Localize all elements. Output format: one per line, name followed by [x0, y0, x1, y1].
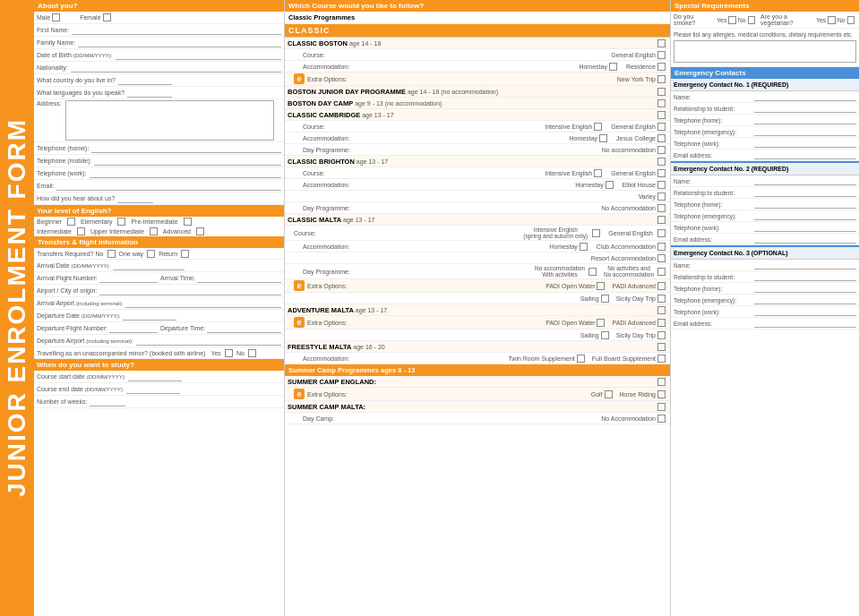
elementary-cb[interactable] — [117, 218, 125, 226]
ec3-name-input[interactable] — [754, 261, 856, 270]
ec3-rel-input[interactable] — [754, 272, 856, 281]
sce-cb[interactable] — [657, 378, 666, 386]
cm-homestay-cb[interactable] — [580, 243, 588, 251]
tel-mobile-input[interactable] — [94, 156, 281, 166]
ec1-tel-emerg-input[interactable] — [754, 127, 856, 136]
cbr-no-acc-cb[interactable] — [657, 204, 666, 212]
cm-intensive-cb[interactable] — [592, 229, 600, 237]
ec2-tel-emerg-input[interactable] — [754, 211, 856, 220]
cbr-elliot-cb[interactable] — [657, 181, 666, 189]
cc-jesus-cb[interactable] — [657, 134, 666, 142]
arrival-flight-input[interactable] — [99, 273, 158, 283]
tel-work-input[interactable] — [90, 168, 281, 178]
sce-horse-cb[interactable] — [657, 390, 666, 398]
nationality-input[interactable] — [71, 63, 281, 73]
ec3-tel-work-input[interactable] — [754, 307, 856, 316]
cc-cb[interactable] — [657, 111, 666, 119]
country-input[interactable] — [118, 75, 172, 85]
female-checkbox[interactable] — [103, 13, 111, 21]
cbr-general-cb[interactable] — [657, 169, 666, 177]
cm-no-acc-act-cb[interactable] — [588, 268, 597, 276]
advanced-cb[interactable] — [196, 227, 204, 235]
how-hear-input[interactable] — [117, 193, 153, 203]
ec3-tel-home-input[interactable] — [754, 284, 856, 293]
return-cb[interactable] — [181, 250, 189, 258]
am-padi-open-cb[interactable] — [597, 319, 605, 327]
bdc-cb[interactable] — [657, 99, 666, 107]
beginner-cb[interactable] — [67, 218, 75, 226]
cm-general-cb[interactable] — [657, 229, 666, 237]
cc-intensive-cb[interactable] — [594, 123, 602, 131]
cm-cb[interactable] — [657, 216, 666, 224]
cbr-homestay-cb[interactable] — [606, 181, 614, 189]
upper-intermediate-cb[interactable] — [150, 227, 158, 235]
fm-cb[interactable] — [657, 343, 666, 351]
veg-no-cb[interactable] — [847, 16, 855, 24]
ec2-tel-home-input[interactable] — [754, 200, 856, 209]
ec1-rel-input[interactable] — [754, 104, 856, 113]
airport-input[interactable] — [99, 286, 281, 295]
cm-resort-cb[interactable] — [657, 254, 666, 262]
ec1-name-input[interactable] — [754, 92, 856, 101]
dep-flight-input[interactable] — [109, 323, 158, 333]
cc-homestay-cb[interactable] — [599, 134, 607, 142]
smoke-no-cb[interactable] — [748, 16, 755, 24]
cb-homestay-cb[interactable] — [609, 63, 617, 71]
one-way-cb[interactable] — [147, 250, 155, 258]
email-input[interactable] — [56, 181, 281, 191]
dep-time-input[interactable] — [207, 323, 281, 333]
am-cb[interactable] — [657, 306, 666, 314]
course-end-input[interactable] — [126, 384, 180, 394]
ec2-name-input[interactable] — [754, 176, 856, 185]
transfers-no-cb[interactable] — [107, 250, 116, 258]
cm-padi-adv-cb[interactable] — [657, 282, 666, 290]
intermediate-cb[interactable] — [77, 227, 85, 235]
languages-input[interactable] — [127, 88, 172, 98]
fm-full-board-cb[interactable] — [657, 355, 666, 363]
arrival-date-input[interactable] — [113, 261, 185, 270]
departure-date-input[interactable] — [123, 311, 176, 321]
am-sicily-cb[interactable] — [657, 331, 666, 339]
dep-airport-input[interactable] — [136, 336, 281, 346]
am-padi-adv-cb[interactable] — [657, 319, 666, 327]
scm-cb[interactable] — [657, 403, 666, 411]
cm-club-cb[interactable] — [657, 243, 666, 251]
classic-boston-cb[interactable] — [657, 39, 666, 47]
bjdp-cb[interactable] — [657, 88, 666, 96]
male-checkbox[interactable] — [52, 13, 60, 21]
ec2-rel-input[interactable] — [754, 188, 856, 197]
tel-home-input[interactable] — [91, 143, 281, 153]
num-weeks-input[interactable] — [90, 397, 125, 406]
first-name-input[interactable] — [72, 25, 281, 35]
smoke-yes-cb[interactable] — [728, 16, 735, 24]
veg-yes-cb[interactable] — [828, 16, 835, 24]
cm-sailing-cb[interactable] — [601, 295, 609, 303]
cc-general-cb[interactable] — [657, 123, 666, 131]
special-req-textarea[interactable] — [674, 40, 856, 63]
unaccompanied-yes-cb[interactable] — [225, 349, 233, 357]
ec1-email-input[interactable] — [754, 150, 856, 159]
cm-no-act-cb[interactable] — [657, 268, 666, 276]
cbr-varley-cb[interactable] — [657, 192, 666, 201]
cb-residence-cb[interactable] — [657, 63, 666, 71]
cb-nyt-cb[interactable] — [657, 75, 666, 83]
ec1-tel-home-input[interactable] — [754, 116, 856, 124]
course-start-input[interactable] — [128, 372, 182, 381]
ec2-email-input[interactable] — [754, 235, 856, 244]
arrival-airport-input[interactable] — [125, 298, 281, 308]
cb-general-english-cb[interactable] — [657, 51, 666, 59]
cb2-cb[interactable] — [657, 158, 666, 166]
ec1-tel-work-input[interactable] — [754, 139, 856, 148]
address-input[interactable] — [65, 100, 274, 141]
cbr-intensive-cb[interactable] — [594, 169, 602, 177]
pre-intermediate-cb[interactable] — [184, 218, 192, 226]
ec3-email-input[interactable] — [754, 319, 856, 328]
ec3-tel-emerg-input[interactable] — [754, 295, 856, 304]
arrival-time-input[interactable] — [197, 273, 281, 283]
scm-no-acc-cb[interactable] — [657, 415, 666, 423]
am-sailing-cb[interactable] — [601, 331, 609, 339]
dob-input[interactable] — [116, 50, 281, 60]
fm-twin-cb[interactable] — [577, 355, 585, 363]
sce-golf-cb[interactable] — [605, 390, 613, 398]
family-name-input[interactable] — [78, 38, 281, 47]
